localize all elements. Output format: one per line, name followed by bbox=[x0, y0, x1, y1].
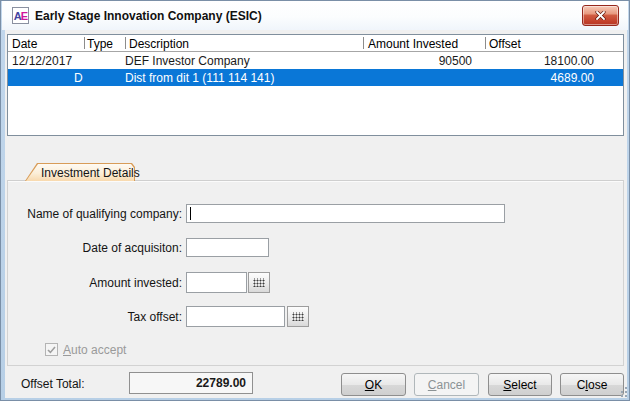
amount-invested-label: Amount invested: bbox=[21, 276, 182, 290]
tax-offset-label: Tax offset: bbox=[21, 310, 182, 324]
column-header-date: Date bbox=[12, 37, 37, 51]
button-text: ancel bbox=[436, 378, 465, 392]
button-text: elect bbox=[511, 378, 536, 392]
select-button[interactable]: Select bbox=[488, 373, 552, 396]
button-text: K bbox=[374, 378, 382, 392]
button-text: C bbox=[577, 378, 586, 392]
amount-invested-input[interactable] bbox=[186, 272, 247, 293]
text-caret bbox=[190, 207, 191, 220]
titlebar: AE Early Stage Innovation Company (ESIC) bbox=[2, 1, 628, 30]
auto-accept-text: uto accept bbox=[71, 343, 126, 357]
date-of-acquisition-input[interactable] bbox=[186, 238, 269, 257]
calculator-icon bbox=[253, 278, 265, 287]
qualifying-company-label: Name of qualifying company: bbox=[21, 207, 182, 221]
calculator-icon bbox=[292, 312, 304, 321]
tax-offset-calculator-button[interactable] bbox=[287, 306, 309, 327]
column-separator bbox=[485, 37, 486, 49]
investments-grid: Date Type Description Amount Invested Of… bbox=[7, 34, 624, 136]
cell-description: DEF Investor Company bbox=[125, 54, 250, 68]
grid-header: Date Type Description Amount Invested Of… bbox=[8, 35, 623, 52]
auto-accept-mnemonic: A bbox=[63, 343, 71, 357]
column-header-amount: Amount Invested bbox=[368, 37, 458, 51]
table-row-selected[interactable]: D Dist from dit 1 (111 114 141) 4689.00 bbox=[8, 69, 623, 86]
auto-accept-checkbox[interactable] bbox=[45, 343, 58, 356]
app-icon-letter-e: E bbox=[21, 10, 27, 22]
tab-investment-details[interactable]: Investment Details bbox=[25, 163, 135, 181]
app-icon-letter-a: A bbox=[14, 10, 21, 22]
window-title: Early Stage Innovation Company (ESIC) bbox=[35, 9, 262, 23]
cancel-button[interactable]: Cancel bbox=[414, 373, 479, 396]
cell-amount: 90500 bbox=[439, 54, 472, 68]
x-icon bbox=[595, 11, 606, 20]
auto-accept-label: Auto accept bbox=[63, 343, 126, 357]
column-header-type: Type bbox=[87, 37, 113, 51]
cell-offset: 4689.00 bbox=[551, 71, 594, 85]
ok-button[interactable]: OK bbox=[341, 373, 406, 396]
cell-offset: 18100.00 bbox=[544, 54, 594, 68]
esic-dialog: AE Early Stage Innovation Company (ESIC)… bbox=[0, 0, 630, 401]
resize-grip[interactable] bbox=[618, 386, 629, 398]
amount-invested-calculator-button[interactable] bbox=[248, 272, 270, 293]
qualifying-company-input[interactable] bbox=[186, 204, 505, 223]
column-header-offset: Offset bbox=[489, 37, 521, 51]
button-mnemonic: S bbox=[503, 378, 511, 392]
table-row[interactable]: 12/12/2017 DEF Investor Company 90500 18… bbox=[8, 52, 623, 69]
close-button[interactable] bbox=[582, 5, 619, 26]
cell-description: Dist from dit 1 (111 114 141) bbox=[125, 71, 274, 85]
column-separator bbox=[363, 37, 364, 49]
checkmark-icon bbox=[47, 346, 56, 354]
close-dialog-button[interactable]: Close bbox=[560, 373, 624, 396]
offset-total-label: Offset Total: bbox=[21, 377, 85, 391]
app-icon: AE bbox=[12, 7, 29, 24]
cell-date: 12/12/2017 bbox=[12, 54, 72, 68]
column-separator bbox=[125, 37, 126, 49]
tax-offset-input[interactable] bbox=[186, 306, 285, 327]
column-header-description: Description bbox=[129, 37, 189, 51]
tab-label: Investment Details bbox=[41, 166, 140, 180]
cell-type: D bbox=[74, 71, 83, 85]
date-of-acquisition-label: Date of acquisiton: bbox=[21, 241, 182, 255]
button-mnemonic: C bbox=[428, 378, 437, 392]
button-text: ose bbox=[588, 378, 607, 392]
offset-total-value: 22789.00 bbox=[129, 372, 253, 394]
button-mnemonic: O bbox=[365, 378, 374, 392]
column-separator bbox=[84, 37, 85, 49]
